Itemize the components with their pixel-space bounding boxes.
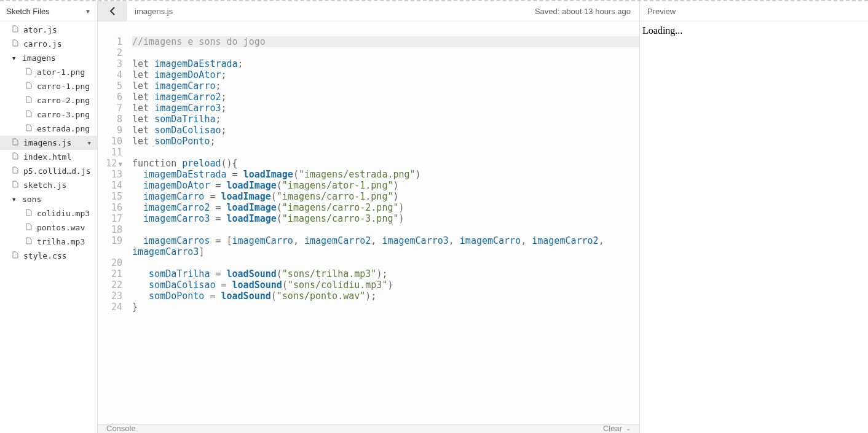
file-icon — [12, 166, 20, 176]
file-item-index-html[interactable]: index.html — [0, 150, 97, 164]
saved-status: Saved: about 13 hours ago — [535, 7, 631, 16]
preview-content: Loading... — [640, 21, 868, 433]
code-line[interactable] — [132, 47, 639, 58]
file-icon — [26, 68, 33, 77]
preview-loading-text: Loading... — [642, 25, 682, 36]
file-item-sketch-js[interactable]: sketch.js — [0, 178, 97, 192]
code-line[interactable]: //imagens e sons do jogo — [132, 36, 639, 47]
folder-item-imagens[interactable]: ▼imagens — [0, 51, 97, 65]
code-line[interactable]: imagemCarro3 = loadImage("imagens/carro-… — [132, 213, 639, 224]
file-item-imagens-js[interactable]: imagens.js▼ — [0, 136, 97, 150]
line-number: 10 — [98, 136, 122, 147]
code-line[interactable]: imagemCarro = loadImage("imagens/carro-1… — [132, 191, 639, 202]
file-item-p5-collid-d-js[interactable]: p5.collid…d.js — [0, 164, 97, 178]
gutter: 123456789101112▼13141516171819 202122232… — [98, 36, 127, 424]
code-line[interactable]: imagemCarro2 = loadImage("imagens/carro-… — [132, 202, 639, 213]
code-line[interactable]: imagemDoAtor = loadImage("imagens/ator-1… — [132, 180, 639, 191]
line-number: 7 — [98, 103, 122, 114]
code-line[interactable]: somDaTrilha = loadSound("sons/trilha.mp3… — [132, 268, 639, 279]
file-item-carro-3-png[interactable]: carro-3.png — [0, 107, 97, 122]
file-label: sketch.js — [23, 181, 66, 190]
file-icon — [26, 110, 33, 119]
line-number: 17 — [98, 213, 122, 224]
code-line[interactable]: let imagemCarro3; — [132, 103, 639, 114]
file-item-carro-2-png[interactable]: carro-2.png — [0, 93, 97, 107]
code-line[interactable]: let imagemCarro; — [132, 80, 639, 92]
file-item-style-css[interactable]: style.css — [0, 249, 97, 263]
code-line[interactable]: } — [132, 302, 639, 313]
app-container: Sketch Files ▼ ator.jscarro.js▼imagensat… — [0, 1, 868, 433]
file-icon — [26, 237, 33, 246]
sidebar-title: Sketch Files — [6, 7, 50, 16]
line-number: 19 — [98, 235, 122, 246]
file-icon — [26, 82, 33, 91]
code-line[interactable] — [132, 147, 639, 158]
code-line[interactable]: let somDaTrilha; — [132, 114, 639, 125]
file-icon — [12, 138, 20, 147]
folder-open-icon: ▼ — [12, 197, 20, 203]
code-line[interactable]: imagemCarros = [imagemCarro, imagemCarro… — [132, 235, 639, 246]
file-item-trilha-mp3[interactable]: trilha.mp3 — [0, 235, 97, 249]
chevron-down-icon[interactable]: ▼ — [85, 8, 91, 15]
file-label: trilha.mp3 — [37, 237, 85, 246]
console-bar[interactable]: Console Clear ⌄ — [98, 424, 639, 433]
file-item-carro-1-png[interactable]: carro-1.png — [0, 79, 97, 93]
line-number — [98, 246, 122, 257]
file-label: estrada.png — [37, 124, 90, 133]
code-line[interactable]: let imagemCarro2; — [132, 92, 639, 103]
file-label: carro.js — [23, 39, 62, 49]
code-line[interactable]: imagemCarro3] — [132, 246, 639, 257]
file-icon — [26, 124, 33, 133]
code-line[interactable]: imagemDaEstrada = loadImage("imagens/est… — [132, 169, 639, 180]
code-line[interactable]: let imagemDaEstrada; — [132, 58, 639, 69]
editor-area: imagens.js Saved: about 13 hours ago 123… — [98, 1, 639, 433]
file-label: carro-2.png — [37, 96, 90, 105]
file-item-ator-1-png[interactable]: ator-1.png — [0, 65, 97, 79]
file-item-ator-js[interactable]: ator.js — [0, 23, 97, 37]
file-item-pontos-wav[interactable]: pontos.wav — [0, 220, 97, 235]
file-label: sons — [22, 195, 41, 204]
file-icon — [12, 39, 20, 49]
line-number: 1 — [98, 36, 122, 47]
code-line[interactable]: let somDoPonto; — [132, 136, 639, 147]
code-line[interactable] — [132, 257, 639, 268]
code-editor[interactable]: 123456789101112▼13141516171819 202122232… — [98, 21, 639, 424]
code-line[interactable]: somDaColisao = loadSound("sons/colidiu.m… — [132, 279, 639, 291]
item-menu-icon[interactable]: ▼ — [88, 140, 91, 146]
line-number: 3 — [98, 58, 122, 69]
chevron-down-icon: ⌄ — [626, 425, 631, 432]
code-line[interactable]: function preload(){ — [132, 158, 639, 169]
line-number: 6 — [98, 92, 122, 103]
code-line[interactable]: let somDaColisao; — [132, 125, 639, 136]
collapse-sidebar-button[interactable] — [98, 1, 127, 21]
line-number: 22 — [98, 279, 122, 291]
file-label: imagens — [22, 53, 56, 63]
sidebar: Sketch Files ▼ ator.jscarro.js▼imagensat… — [0, 1, 98, 433]
line-number: 13 — [98, 169, 122, 180]
code-line[interactable] — [132, 224, 639, 235]
line-number: 24 — [98, 302, 122, 313]
code-line[interactable]: somDoPonto = loadSound("sons/ponto.wav")… — [132, 291, 639, 302]
console-clear-button[interactable]: Clear ⌄ — [603, 424, 631, 433]
line-number: 18 — [98, 224, 122, 235]
editor-header: imagens.js Saved: about 13 hours ago — [98, 1, 639, 21]
line-number: 16 — [98, 202, 122, 213]
file-icon — [12, 152, 20, 162]
file-icon — [26, 96, 33, 105]
sidebar-header[interactable]: Sketch Files ▼ — [0, 1, 97, 21]
line-number: 12▼ — [98, 158, 122, 169]
console-label: Console — [106, 424, 136, 433]
file-label: index.html — [23, 152, 71, 162]
line-number: 8 — [98, 114, 122, 125]
file-item-colidiu-mp3[interactable]: colidiu.mp3 — [0, 206, 97, 220]
folder-item-sons[interactable]: ▼sons — [0, 192, 97, 206]
line-number: 23 — [98, 291, 122, 302]
file-label: carro-1.png — [37, 82, 90, 91]
code-line[interactable]: let imagemDoAtor; — [132, 69, 639, 80]
file-label: imagens.js — [23, 138, 71, 147]
file-label: style.css — [23, 251, 66, 260]
file-item-estrada-png[interactable]: estrada.png — [0, 122, 97, 136]
line-number: 15 — [98, 191, 122, 202]
code-content[interactable]: //imagens e sons do jogo let imagemDaEst… — [127, 36, 639, 424]
file-item-carro-js[interactable]: carro.js — [0, 37, 97, 51]
